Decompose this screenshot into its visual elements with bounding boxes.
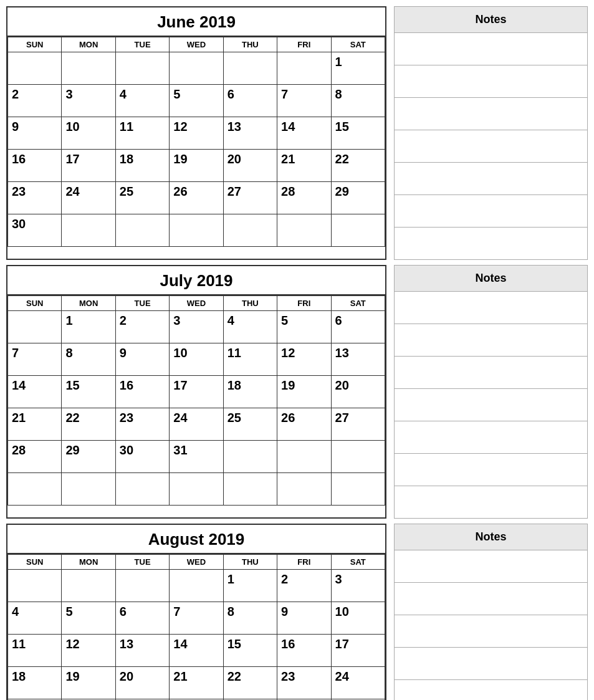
notes-line[interactable] [394, 98, 588, 130]
calendar-day: 29 [331, 182, 385, 214]
calendar-day: 17 [170, 376, 223, 408]
notes-section-1: Notes [394, 265, 588, 519]
calendar-day: 7 [8, 343, 62, 376]
calendar-day: 26 [277, 408, 331, 441]
calendar-day [277, 214, 331, 247]
calendar-day: 21 [277, 150, 331, 182]
calendar-day [170, 52, 223, 85]
calendar-day: 28 [277, 182, 331, 214]
calendar-day: 2 [115, 311, 169, 343]
calendar-day: 8 [223, 602, 277, 635]
day-header: FRI [277, 555, 331, 570]
day-header: FRI [277, 296, 331, 311]
day-header: WED [170, 296, 223, 311]
notes-line[interactable] [394, 615, 588, 648]
calendar-day: 18 [223, 376, 277, 408]
calendar-day: 15 [62, 376, 115, 408]
calendar-title-2: August 2019 [7, 525, 385, 554]
calendar-day: 5 [170, 85, 223, 117]
calendar-day: 24 [331, 667, 385, 699]
calendar-day: 18 [8, 667, 62, 699]
notes-section-2: Notes [394, 524, 588, 700]
notes-line[interactable] [394, 486, 588, 519]
calendar-day: 14 [8, 376, 62, 408]
calendar-day [277, 52, 331, 85]
calendar-day: 18 [115, 150, 169, 182]
notes-line[interactable] [394, 421, 588, 454]
calendar-day: 28 [8, 441, 62, 473]
calendar-day [223, 52, 277, 85]
notes-line[interactable] [394, 33, 588, 65]
calendar-day: 13 [115, 635, 169, 667]
calendar-day: 20 [331, 376, 385, 408]
notes-line[interactable] [394, 292, 588, 324]
calendar-day: 10 [62, 117, 115, 150]
notes-line[interactable] [394, 389, 588, 421]
day-header: WED [170, 37, 223, 52]
calendar-day: 23 [277, 667, 331, 699]
day-header: THU [223, 37, 277, 52]
calendar-day: 3 [331, 570, 385, 602]
day-header: THU [223, 296, 277, 311]
calendar-day: 15 [331, 117, 385, 150]
notes-line[interactable] [394, 324, 588, 357]
calendar-day: 16 [115, 376, 169, 408]
notes-line[interactable] [394, 357, 588, 389]
page: June 2019SUNMONTUEWEDTHUFRISAT1234567891… [6, 6, 588, 700]
calendar-day [223, 473, 277, 506]
calendar-day [331, 214, 385, 247]
day-header: TUE [115, 555, 169, 570]
notes-line[interactable] [394, 195, 588, 228]
notes-line[interactable] [394, 228, 588, 260]
calendar-day: 22 [331, 150, 385, 182]
day-header: MON [62, 555, 115, 570]
calendar-day: 19 [277, 376, 331, 408]
calendar-day: 17 [62, 150, 115, 182]
calendar-day: 12 [62, 635, 115, 667]
calendar-day: 12 [277, 343, 331, 376]
notes-line[interactable] [394, 680, 588, 700]
calendar-day: 6 [223, 85, 277, 117]
calendar-day: 22 [223, 667, 277, 699]
calendar-day: 16 [277, 635, 331, 667]
calendar-day: 24 [62, 182, 115, 214]
calendar-day: 30 [8, 214, 62, 247]
month-row-0: June 2019SUNMONTUEWEDTHUFRISAT1234567891… [6, 6, 588, 260]
calendar-day [170, 473, 223, 506]
calendar-day: 14 [277, 117, 331, 150]
calendar-day: 3 [170, 311, 223, 343]
calendar-day [62, 52, 115, 85]
calendar-day [115, 214, 169, 247]
calendar-day: 26 [170, 182, 223, 214]
calendar-day: 5 [277, 311, 331, 343]
calendar-day: 14 [170, 635, 223, 667]
notes-section-0: Notes [394, 6, 588, 260]
calendar-day [8, 473, 62, 506]
calendar-day [62, 214, 115, 247]
calendar-day: 1 [62, 311, 115, 343]
calendar-day: 2 [277, 570, 331, 602]
day-header: TUE [115, 37, 169, 52]
calendar-day: 23 [8, 182, 62, 214]
notes-line[interactable] [394, 130, 588, 163]
day-header: SUN [8, 296, 62, 311]
calendar-day: 2 [8, 85, 62, 117]
calendar-table-2: SUNMONTUEWEDTHUFRISAT1234567891011121314… [7, 554, 385, 700]
notes-line[interactable] [394, 65, 588, 98]
notes-line[interactable] [394, 583, 588, 615]
calendar-day: 19 [170, 150, 223, 182]
calendar-day: 10 [170, 343, 223, 376]
calendar-table-1: SUNMONTUEWEDTHUFRISAT1234567891011121314… [7, 295, 385, 506]
calendar-day: 24 [170, 408, 223, 441]
calendar-day: 15 [223, 635, 277, 667]
calendar-day [170, 570, 223, 602]
calendar-day: 17 [331, 635, 385, 667]
notes-line[interactable] [394, 163, 588, 195]
notes-line[interactable] [394, 454, 588, 486]
calendar-day: 21 [8, 408, 62, 441]
day-header: SUN [8, 37, 62, 52]
notes-line[interactable] [394, 550, 588, 583]
notes-line[interactable] [394, 648, 588, 680]
calendar-day: 7 [277, 85, 331, 117]
calendar-day: 11 [223, 343, 277, 376]
